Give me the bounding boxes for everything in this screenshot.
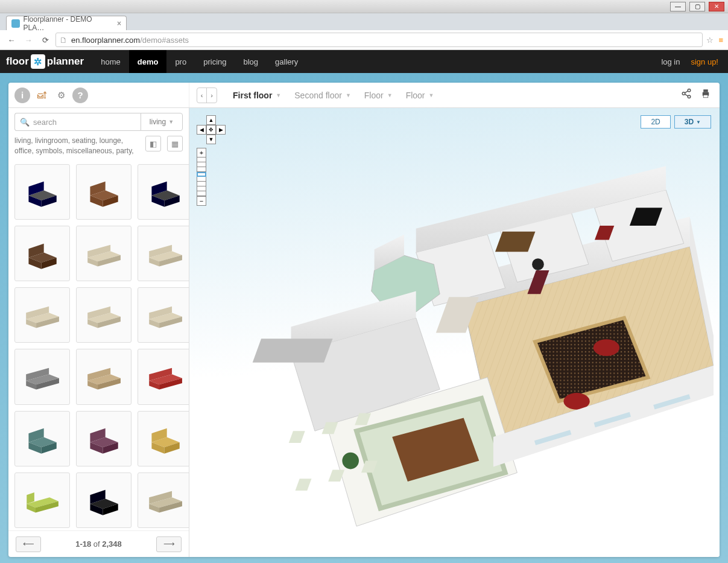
svg-rect-110 xyxy=(328,469,344,482)
asset-armchair-teal[interactable] xyxy=(14,411,70,466)
nav-home[interactable]: home xyxy=(92,50,129,73)
chevron-down-icon: ▼ xyxy=(696,119,701,125)
asset-armchair-plum[interactable] xyxy=(76,411,131,466)
back-button[interactable]: ← xyxy=(5,33,18,46)
pager-next-button[interactable]: ⟶ xyxy=(156,536,182,552)
asset-grid xyxy=(8,162,189,530)
asset-sofa-red[interactable] xyxy=(138,349,189,404)
app-toolbar: i 🛋 ⚙ ? ‹› First floor▼Second floor▼Floo… xyxy=(8,83,720,108)
floor-tab[interactable]: Floor▼ xyxy=(364,91,393,100)
logo-text-left: floor xyxy=(6,56,29,68)
pan-up-button[interactable]: ▲ xyxy=(206,115,216,125)
view-2d-button[interactable]: 2D xyxy=(641,115,670,129)
nav-gallery[interactable]: gallery xyxy=(267,50,306,73)
svg-point-1 xyxy=(682,92,685,95)
search-icon: 🔍 xyxy=(20,118,30,127)
share-icon[interactable] xyxy=(681,88,692,102)
pager: ⟵ 1-18 of 2,348 ⟶ xyxy=(8,530,189,557)
address-bar[interactable]: 🗋 en.floorplanner.com/demo#assets xyxy=(55,33,703,47)
browser-tab[interactable]: Floorplanner - DEMO PLA… × xyxy=(6,16,127,30)
asset-club-chair-yellow[interactable] xyxy=(138,411,189,466)
floor-prev-next[interactable]: ‹› xyxy=(197,87,217,103)
logo[interactable]: floor planner xyxy=(0,50,92,73)
pan-center-button[interactable]: ✥ xyxy=(206,125,216,135)
svg-rect-109 xyxy=(296,479,312,491)
login-link[interactable]: log in xyxy=(661,57,680,66)
view-mode-toggle: 2D 3D▼ xyxy=(641,115,711,129)
asset-sidebar: 🔍 search living ▼ living, livingroom, se… xyxy=(8,108,189,557)
view-2d-thumbnails-button[interactable]: ▦ xyxy=(167,136,183,151)
asset-chaise-lime[interactable] xyxy=(14,472,70,528)
nav-pro[interactable]: pro xyxy=(166,50,195,73)
app-header: floor planner homedemopropricingbloggall… xyxy=(0,50,728,73)
asset-sofa-beige[interactable] xyxy=(76,226,131,281)
settings-tool-icon[interactable]: ⚙ xyxy=(53,87,69,103)
window-minimize-button[interactable]: — xyxy=(670,2,686,11)
svg-point-93 xyxy=(532,258,544,270)
asset-sofa-taupe[interactable] xyxy=(138,472,189,528)
nav-pricing[interactable]: pricing xyxy=(195,50,235,73)
view-3d-button[interactable]: 3D▼ xyxy=(674,115,711,129)
svg-rect-102 xyxy=(253,339,333,362)
pan-right-button[interactable]: ▶ xyxy=(216,125,226,135)
pan-down-button[interactable]: ▼ xyxy=(206,135,216,144)
pager-of: of xyxy=(91,539,102,549)
asset-barcelona-chair[interactable] xyxy=(14,164,70,220)
view-3d-thumbnails-button[interactable]: ◧ xyxy=(145,136,161,151)
svg-point-2 xyxy=(688,95,691,98)
zoom-in-button[interactable]: + xyxy=(197,148,206,157)
pan-zoom-control[interactable]: ▲ ◀✥▶ ▼ + − xyxy=(197,115,226,206)
nav-blog[interactable]: blog xyxy=(235,50,267,73)
svg-point-112 xyxy=(342,453,359,469)
signup-link[interactable]: sign up! xyxy=(691,57,718,66)
pager-total: 2,348 xyxy=(102,539,122,549)
main-nav: homedemopropricingbloggallery xyxy=(92,50,306,73)
help-tool-icon[interactable]: ? xyxy=(72,87,88,103)
floor-selector: ‹› First floor▼Second floor▼Floor▼Floor▼ xyxy=(189,87,681,103)
pager-range: 1-18 xyxy=(75,539,91,549)
asset-l-sectional-left[interactable] xyxy=(76,287,131,343)
asset-ottoman-stool[interactable] xyxy=(14,226,70,281)
asset-sofa-grey[interactable] xyxy=(14,349,70,404)
menu-icon[interactable]: ≡ xyxy=(718,36,723,45)
asset-lounge-chair[interactable] xyxy=(138,164,189,220)
tag-list[interactable]: living, livingroom, seating, lounge, off… xyxy=(14,136,139,157)
asset-long-sofa[interactable] xyxy=(14,287,70,343)
asset-loveseat-tan[interactable] xyxy=(76,349,131,404)
url-host: en.floorplanner.com xyxy=(71,36,140,45)
category-dropdown[interactable]: living ▼ xyxy=(141,113,183,131)
pan-left-button[interactable]: ◀ xyxy=(197,125,206,135)
os-titlebar: — ▢ ✕ xyxy=(0,0,728,13)
svg-point-88 xyxy=(593,339,619,356)
asset-l-sectional-right[interactable] xyxy=(138,287,189,343)
asset-eames-lounge[interactable] xyxy=(76,164,131,220)
reload-button[interactable]: ⟳ xyxy=(39,33,52,46)
floor-tab[interactable]: Floor▼ xyxy=(406,91,434,100)
floor-tab[interactable]: First floor▼ xyxy=(233,91,281,100)
chevron-down-icon: ▼ xyxy=(168,119,174,125)
svg-rect-6 xyxy=(703,89,708,92)
bookmark-star-icon[interactable]: ☆ xyxy=(706,36,714,45)
print-icon[interactable] xyxy=(700,88,711,102)
logo-text-right: planner xyxy=(47,56,84,68)
info-tool-icon[interactable]: i xyxy=(14,87,30,103)
zoom-out-button[interactable]: − xyxy=(197,196,206,206)
browser-tabstrip: Floorplanner - DEMO PLA… × xyxy=(0,13,728,30)
viewport-3d[interactable]: ▲ ◀✥▶ ▼ + − 2D 3D▼ xyxy=(189,108,720,557)
asset-chair-black[interactable] xyxy=(76,472,131,528)
floor-tab[interactable]: Second floor▼ xyxy=(294,91,351,100)
forward-button[interactable]: → xyxy=(22,33,35,46)
tab-title: Floorplanner - DEMO PLA… xyxy=(24,15,112,32)
pager-prev-button[interactable]: ⟵ xyxy=(16,536,41,552)
nav-demo[interactable]: demo xyxy=(129,50,167,73)
tab-close-icon[interactable]: × xyxy=(117,19,121,28)
url-path: /demo#assets xyxy=(140,36,189,45)
favicon-icon xyxy=(11,19,20,28)
furniture-tool-icon[interactable]: 🛋 xyxy=(34,87,49,103)
search-input[interactable]: 🔍 search xyxy=(14,113,141,131)
window-close-button[interactable]: ✕ xyxy=(709,2,724,11)
window-maximize-button[interactable]: ▢ xyxy=(689,2,705,11)
svg-line-4 xyxy=(685,94,688,96)
category-label: living xyxy=(150,118,166,126)
asset-sectional-beige[interactable] xyxy=(138,226,189,281)
